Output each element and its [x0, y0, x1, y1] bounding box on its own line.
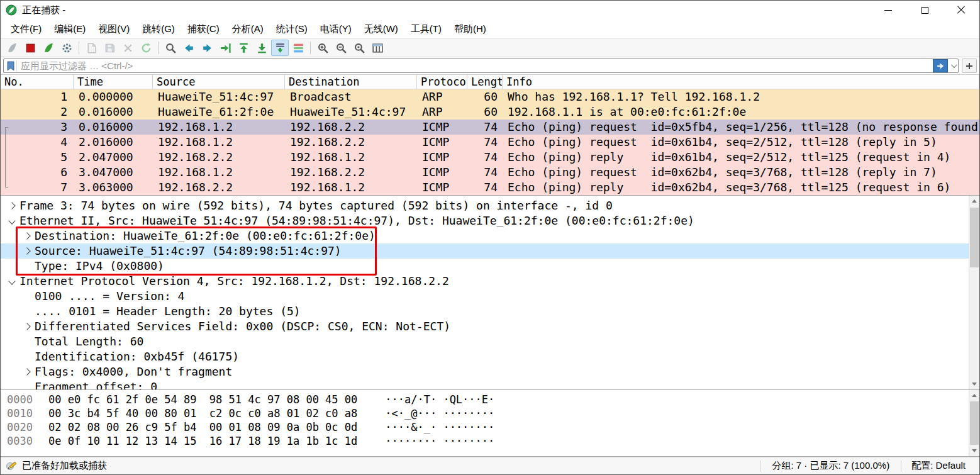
detail-line-source-selected[interactable]: Source: HuaweiTe_51:4c:97 (54:89:98:51:4…	[1, 243, 969, 259]
column-header-source[interactable]: Source	[153, 75, 285, 89]
scroll-down-button[interactable]	[969, 379, 979, 389]
detail-line-destination[interactable]: Destination: HuaweiTe_61:2f:0e (00:e0:fc…	[1, 228, 969, 243]
menu-telephony[interactable]: 电话(Y)	[314, 21, 358, 38]
detail-line-flags[interactable]: Flags: 0x4000, Don't fragment	[1, 364, 969, 379]
capture-options-button[interactable]	[58, 40, 75, 56]
save-file-button[interactable]	[101, 40, 118, 56]
hex-row-0000[interactable]: 0000 00 e0 fc 61 2f 0e 54 89 98 51 4c 97…	[7, 393, 979, 406]
column-header-no[interactable]: No.	[1, 75, 74, 89]
close-button[interactable]	[943, 1, 979, 20]
cell-length: 74	[467, 135, 503, 150]
detail-line-identification[interactable]: Identification: 0xb45f (46175)	[1, 349, 969, 364]
zoom-in-button[interactable]	[314, 40, 331, 56]
stop-capture-button[interactable]	[21, 40, 39, 56]
filter-apply-button[interactable]	[933, 59, 948, 72]
minimize-button[interactable]	[870, 1, 906, 20]
packet-row-6[interactable]: 6 3.047000 192.168.1.2 192.168.2.2 ICMP …	[1, 165, 979, 180]
hex-scrollbar[interactable]	[969, 390, 979, 456]
column-header-info[interactable]: Info	[503, 75, 979, 89]
expand-arrow-icon[interactable]	[22, 228, 35, 243]
hex-ascii[interactable]: ···a/·T· ·QL···E·	[385, 393, 494, 406]
hex-bytes[interactable]: 00 3c b4 5f 40 00 80 01 c2 0c c0 a8 01 0…	[48, 406, 357, 420]
find-packet-button[interactable]	[162, 40, 179, 56]
menu-view[interactable]: 视图(V)	[92, 21, 136, 38]
go-to-top-button[interactable]	[235, 40, 252, 56]
hex-bytes[interactable]: 0e 0f 10 11 12 13 14 15 16 17 18 19 1a 1…	[48, 434, 357, 448]
packet-list-header: No. Time Source Destination Protocol Len…	[1, 75, 979, 89]
column-header-destination[interactable]: Destination	[285, 75, 417, 89]
expand-arrow-icon[interactable]	[22, 364, 35, 379]
column-header-length[interactable]: Length	[467, 75, 503, 89]
menu-help[interactable]: 帮助(H)	[448, 21, 493, 38]
go-forward-button[interactable]	[198, 40, 216, 56]
packet-row-7[interactable]: 7 3.063000 192.168.2.2 192.168.1.2 ICMP …	[1, 180, 979, 195]
detail-line-fragment-offset[interactable]: Fragment offset: 0	[1, 379, 969, 390]
menu-edit[interactable]: 编辑(E)	[48, 21, 92, 38]
start-capture-button[interactable]	[3, 40, 21, 56]
detail-line-ethernet[interactable]: Ethernet II, Src: HuaweiTe_51:4c:97 (54:…	[1, 213, 969, 228]
go-to-packet-button[interactable]	[216, 40, 234, 56]
zoom-reset-button[interactable]	[350, 40, 368, 56]
hex-ascii[interactable]: ·<·_@··· ········	[385, 406, 494, 420]
maximize-button[interactable]	[906, 1, 943, 20]
expand-arrow-icon[interactable]	[22, 319, 35, 334]
zoom-out-button[interactable]	[332, 40, 350, 56]
detail-line-header-length[interactable]: .... 0101 = Header Length: 20 bytes (5)	[1, 304, 969, 319]
close-file-button[interactable]	[119, 40, 136, 56]
hex-ascii[interactable]: ····&·_· ········	[385, 420, 494, 434]
go-back-button[interactable]	[180, 40, 198, 56]
collapse-arrow-icon[interactable]	[7, 213, 19, 228]
expand-arrow-icon[interactable]	[7, 198, 19, 213]
detail-line-frame[interactable]: Frame 3: 74 bytes on wire (592 bits), 74…	[1, 198, 969, 213]
open-file-button[interactable]	[82, 40, 100, 56]
scroll-up-button[interactable]	[969, 390, 979, 401]
menu-file[interactable]: 文件(F)	[4, 21, 48, 38]
restart-capture-button[interactable]	[40, 40, 57, 56]
packet-row-1[interactable]: 1 0.000000 HuaweiTe_51:4c:97 Broadcast A…	[1, 89, 979, 104]
filter-add-button[interactable]	[962, 59, 977, 73]
packet-row-3-selected[interactable]: 3 0.016000 192.168.1.2 192.168.2.2 ICMP …	[1, 120, 979, 135]
menu-analyze[interactable]: 分析(A)	[226, 21, 270, 38]
colorize-button[interactable]	[289, 40, 307, 56]
expert-info-pencil-icon[interactable]	[6, 460, 16, 472]
column-header-time[interactable]: Time	[74, 75, 153, 89]
hex-row-0020[interactable]: 0020 02 02 08 00 26 c9 5f b4 00 01 08 09…	[7, 420, 979, 434]
expand-arrow-icon[interactable]	[22, 243, 35, 259]
packet-row-5[interactable]: 5 2.047000 192.168.2.2 192.168.1.2 ICMP …	[1, 150, 979, 165]
scroll-up-button[interactable]	[969, 196, 979, 206]
menu-statistics[interactable]: 统计(S)	[270, 21, 314, 38]
scrollbar-thumb[interactable]	[970, 401, 979, 445]
collapse-arrow-icon[interactable]	[7, 274, 19, 289]
hex-ascii[interactable]: ········ ········	[385, 434, 494, 448]
packet-row-4[interactable]: 4 2.016000 192.168.1.2 192.168.2.2 ICMP …	[1, 135, 979, 150]
detail-line-ipv4[interactable]: Internet Protocol Version 4, Src: 192.16…	[1, 274, 969, 289]
packet-row-2[interactable]: 2 0.016000 HuaweiTe_61:2f:0e HuaweiTe_51…	[1, 104, 979, 120]
filter-bookmark-icon[interactable]	[6, 60, 17, 72]
display-filter-input[interactable]	[17, 60, 933, 71]
hex-bytes[interactable]: 00 e0 fc 61 2f 0e 54 89 98 51 4c 97 08 0…	[48, 393, 357, 406]
status-profile[interactable]: 配置: Default	[905, 460, 974, 472]
detail-line-type[interactable]: Type: IPv4 (0x0800)	[1, 259, 969, 274]
cell-time: 0.016000	[74, 104, 153, 120]
filter-dropdown-chevron-icon[interactable]	[948, 59, 958, 72]
resize-columns-button[interactable]	[369, 40, 386, 56]
column-header-protocol[interactable]: Protocol	[417, 75, 467, 89]
scrollbar-thumb[interactable]	[970, 208, 979, 267]
detail-line-version[interactable]: 0100 .... = Version: 4	[1, 289, 969, 304]
menu-wireless[interactable]: 无线(W)	[358, 21, 404, 38]
reload-file-button[interactable]	[137, 40, 155, 56]
hex-bytes[interactable]: 02 02 08 00 26 c9 5f b4 00 01 08 09 0a 0…	[48, 420, 357, 434]
menu-go[interactable]: 跳转(G)	[136, 21, 181, 38]
detail-line-total-length[interactable]: Total Length: 60	[1, 334, 969, 349]
menu-capture[interactable]: 捕获(C)	[181, 21, 226, 38]
hex-row-0010[interactable]: 0010 00 3c b4 5f 40 00 80 01 c2 0c c0 a8…	[7, 406, 979, 420]
scroll-down-button[interactable]	[969, 445, 979, 456]
detail-line-dsf[interactable]: Differentiated Services Field: 0x00 (DSC…	[1, 319, 969, 334]
detail-text: Type: IPv4 (0x0800)	[35, 259, 164, 274]
menu-tools[interactable]: 工具(T)	[404, 21, 448, 38]
go-to-bottom-button[interactable]	[253, 40, 270, 56]
detail-scrollbar[interactable]	[969, 196, 979, 389]
auto-scroll-button[interactable]	[271, 40, 289, 56]
detail-text: Ethernet II, Src: HuaweiTe_51:4c:97 (54:…	[19, 213, 694, 228]
hex-row-0030[interactable]: 0030 0e 0f 10 11 12 13 14 15 16 17 18 19…	[7, 434, 979, 448]
